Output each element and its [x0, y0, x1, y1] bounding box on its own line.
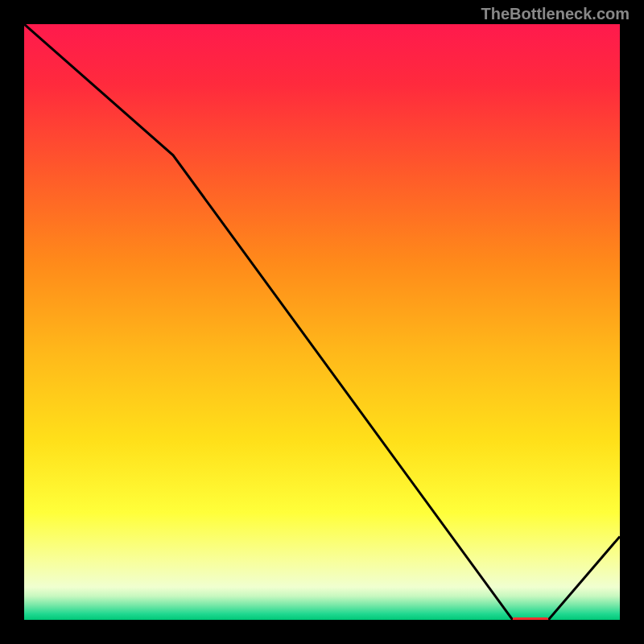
svg-rect-1 [513, 617, 548, 620]
watermark-text: TheBottleneck.com [481, 5, 630, 23]
bottleneck-curve [24, 24, 620, 620]
plot-area [24, 24, 620, 620]
chart-container: TheBottleneck.com [0, 0, 644, 644]
